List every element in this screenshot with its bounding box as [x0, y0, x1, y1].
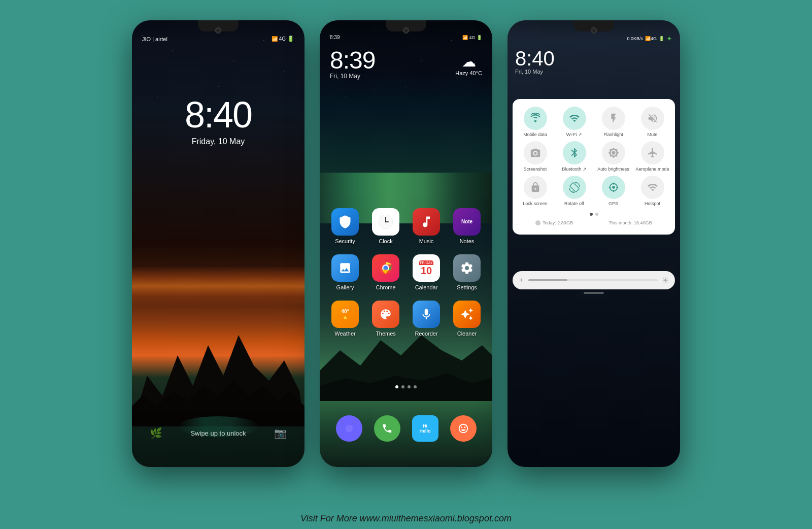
- music-label: Music: [419, 238, 434, 244]
- hotspot-label: Hotspot: [645, 201, 660, 206]
- hotspot-icon: [641, 176, 664, 199]
- today-usage: Today: 2.89GB: [543, 220, 573, 225]
- page-indicator: [320, 385, 492, 388]
- ctrl-mobile-data[interactable]: Mobile data: [518, 107, 553, 137]
- recorder-label: Recorder: [415, 330, 437, 337]
- dot-1: [395, 385, 398, 388]
- auto-brightness-icon: [602, 141, 625, 164]
- brightness-fill: [528, 279, 567, 281]
- ctrl-page-dots: [518, 210, 670, 218]
- ctrl-grid-1: Mobile data Wi-Fi ↗ Flashl: [518, 107, 670, 137]
- ctrl-bluetooth[interactable]: Bluetooth ↗: [557, 141, 592, 172]
- dock-dialer[interactable]: [336, 415, 362, 442]
- signal-icon: 📶 4G: [272, 36, 286, 42]
- ctrl-mute[interactable]: Mute: [635, 107, 670, 137]
- handle-bar: [584, 292, 604, 294]
- lockscreen-background: JIO | airtel 📶 4G 🔋 8:40 Friday, 10 May …: [132, 20, 304, 467]
- app-recorder[interactable]: Recorder: [409, 301, 444, 337]
- dock-area: HiHello: [320, 415, 492, 442]
- data-dot: [535, 220, 540, 225]
- bluetooth-icon: [563, 141, 586, 164]
- app-themes[interactable]: Themes: [368, 301, 403, 337]
- themes-label: Themes: [376, 330, 396, 337]
- phone-2-homescreen: 8:39 📶 4G 🔋 8:39 Fri, 10 May ☁ Hazy 40°C: [320, 20, 492, 467]
- app-security[interactable]: Security: [327, 208, 363, 244]
- homescreen-time-area: 8:39 Fri, 10 May: [330, 48, 375, 80]
- battery-icon: 🔋: [287, 36, 294, 42]
- ctrl-dot-2: [595, 213, 598, 216]
- phone-3-control: 0.0KB/s 📶4G 🔋 ✦ 8:40 Fri, 10 May: [507, 20, 680, 467]
- dot-4: [414, 385, 417, 388]
- dock-google[interactable]: [450, 415, 477, 442]
- gallery-icon: [331, 254, 359, 282]
- ctrl-auto-brightness[interactable]: Auto brightness: [596, 141, 631, 172]
- notes-label: Notes: [460, 238, 475, 244]
- app-weather[interactable]: 40°⭐ Weather: [327, 301, 363, 337]
- dock-phone[interactable]: [374, 415, 400, 442]
- app-gallery[interactable]: Gallery: [327, 254, 363, 290]
- app-cleaner[interactable]: Cleaner: [449, 301, 485, 337]
- app-music[interactable]: Music: [409, 208, 444, 244]
- dock-messages[interactable]: HiHello: [412, 415, 438, 442]
- front-camera-3: [591, 27, 597, 34]
- aeroplane-icon: [641, 141, 664, 164]
- cc-pinwheel: ✦: [666, 35, 672, 43]
- flashlight-ctrl-icon: [602, 107, 625, 130]
- brightness-slider[interactable]: ☀ ☀: [513, 271, 675, 289]
- control-panel: Mobile data Wi-Fi ↗ Flashl: [513, 99, 675, 235]
- screenshot-label: Screenshot: [524, 167, 547, 172]
- app-calendar[interactable]: FRIDAY 10 Calendar: [409, 254, 444, 290]
- brightness-low-icon: ☀: [519, 277, 524, 284]
- weather-condition: Hazy 40°C: [455, 70, 482, 76]
- clock-icon: [372, 208, 399, 236]
- mute-label: Mute: [647, 132, 657, 137]
- clock-label: Clock: [379, 238, 393, 244]
- flashlight-icon[interactable]: 🌿: [150, 427, 162, 439]
- lockscreen-date: Friday, 10 May: [132, 137, 304, 146]
- status-icons: 📶 4G 🔋: [272, 36, 294, 42]
- front-camera: [215, 27, 221, 34]
- settings-label: Settings: [457, 284, 477, 290]
- ctrl-rotate[interactable]: Rotate off: [557, 176, 592, 206]
- themes-icon: [372, 301, 399, 328]
- lockscreen-screen: JIO | airtel 📶 4G 🔋 8:40 Friday, 10 May …: [132, 20, 304, 467]
- weather-app-icon: 40°⭐: [331, 301, 359, 328]
- calendar-icon: FRIDAY 10: [413, 254, 440, 282]
- homescreen-date: Fri, 10 May: [330, 73, 375, 80]
- control-screen: 0.0KB/s 📶4G 🔋 ✦ 8:40 Fri, 10 May: [507, 20, 680, 467]
- ctrl-screenshot[interactable]: Screenshot: [518, 141, 553, 172]
- brightness-track: [528, 279, 658, 281]
- app-clock[interactable]: Clock: [368, 208, 403, 244]
- weather-label: Weather: [334, 330, 355, 337]
- homescreen-weather: ☁ Hazy 40°C: [455, 53, 482, 76]
- ctrl-flashlight[interactable]: Flashlight: [596, 107, 631, 137]
- camera-icon[interactable]: 📷: [274, 427, 287, 439]
- weather-icon: ☁: [455, 53, 482, 70]
- ctrl-wifi[interactable]: Wi-Fi ↗: [557, 107, 592, 137]
- ctrl-lock-screen[interactable]: Lock screen: [518, 176, 553, 206]
- dot-2: [401, 385, 404, 388]
- ctrl-gps[interactable]: GPS: [596, 176, 631, 206]
- homescreen-screen: 8:39 📶 4G 🔋 8:39 Fri, 10 May ☁ Hazy 40°C: [320, 20, 492, 467]
- lockscreen-clock: 8:40: [132, 96, 304, 133]
- footer: Visit For More www.miuithemesxiaomi.blog…: [300, 506, 512, 529]
- gallery-label: Gallery: [336, 284, 354, 290]
- auto-brightness-label: Auto brightness: [597, 167, 629, 172]
- homescreen-background: 8:39 📶 4G 🔋 8:39 Fri, 10 May ☁ Hazy 40°C: [320, 20, 492, 467]
- app-chrome[interactable]: Chrome: [368, 254, 403, 290]
- cc-status-bar: 0.0KB/s 📶4G 🔋 ✦: [515, 35, 672, 43]
- gps-label: GPS: [608, 201, 618, 206]
- front-camera-2: [403, 27, 409, 34]
- ctrl-aeroplane[interactable]: Aeroplane mode: [635, 141, 670, 172]
- month-usage: This month: 16.40GB: [609, 220, 652, 225]
- ctrl-grid-2: Screenshot Bluetooth ↗ Aut: [518, 141, 670, 172]
- ctrl-hotspot[interactable]: Hotspot: [635, 176, 670, 206]
- phones-container: JIO | airtel 📶 4G 🔋 8:40 Friday, 10 May …: [101, 0, 710, 506]
- wifi-icon: [563, 107, 586, 130]
- app-notes[interactable]: Note Notes: [449, 208, 485, 244]
- app-settings[interactable]: Settings: [449, 254, 485, 290]
- gps-icon: [602, 176, 625, 199]
- security-label: Security: [335, 238, 355, 244]
- svg-point-16: [612, 186, 615, 189]
- rotate-label: Rotate off: [564, 201, 584, 206]
